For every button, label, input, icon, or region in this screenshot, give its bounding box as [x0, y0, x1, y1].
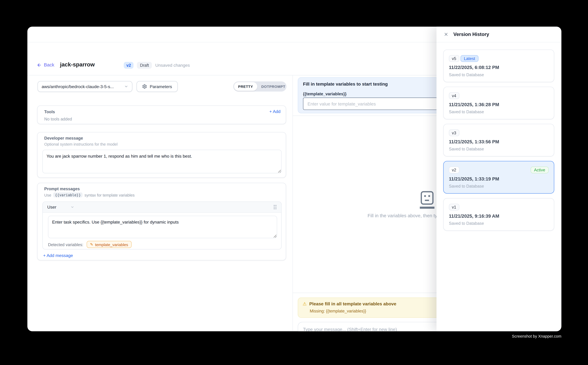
version-number-badge: v5: [449, 55, 459, 62]
version-card-v2-active[interactable]: v2 Active 11/21/2025, 1:33:19 PM Saved t…: [443, 161, 554, 194]
arrow-left-icon: [37, 63, 42, 67]
developer-message-textarea[interactable]: You are jack sparrow number 1, respond a…: [42, 150, 282, 173]
warning-title: Please fill in all template variables ab…: [309, 301, 396, 306]
prompt-messages-hint: Use {{variable}} syntax for template var…: [44, 193, 135, 197]
version-number-badge: v1: [449, 204, 459, 211]
detected-variables-row: Detected variables: ✎ template_variables: [48, 241, 131, 248]
version-timestamp: 11/21/2025, 1:33:19 PM: [449, 176, 499, 182]
version-saved-status: Saved to Database: [449, 221, 484, 225]
format-toggle: PRETTY DOTPROMPT: [233, 81, 286, 91]
version-saved-status: Saved to Database: [449, 147, 484, 151]
version-history-header: Version History: [436, 27, 561, 42]
version-number-badge: v3: [449, 129, 459, 136]
add-message-button[interactable]: + Add message: [43, 253, 73, 258]
warning-missing-text: Missing: {{template_variables}}: [310, 309, 366, 313]
version-list: v5 Latest 11/22/2025, 6:08:12 PM Saved t…: [443, 49, 554, 231]
version-number-badge: v4: [449, 92, 459, 99]
tools-empty-text: No tools added: [44, 117, 72, 121]
add-tool-button[interactable]: + Add: [269, 109, 280, 114]
version-card-v4[interactable]: v4 11/21/2025, 1:36:28 PM Saved to Datab…: [443, 87, 554, 119]
template-variable-name: {{template_variables}}: [303, 91, 346, 96]
detected-variable-chip[interactable]: ✎ template_variables: [87, 241, 131, 248]
model-selector-value: aws/anthropic/bedrock-claude-3-5-s...: [42, 84, 114, 89]
drag-handle-icon[interactable]: [273, 204, 277, 210]
warning-icon: ⚠: [303, 302, 307, 306]
version-number-badge: v2: [449, 167, 459, 173]
toggle-dotprompt[interactable]: DOTPROMPT: [257, 82, 290, 91]
version-history-title: Version History: [453, 32, 489, 37]
unsaved-changes-text: Unsaved changes: [155, 63, 190, 68]
chevron-down-icon: [124, 84, 128, 89]
chevron-down-icon: [70, 205, 74, 209]
variable-syntax-chip: {{variable}}: [53, 193, 83, 197]
parameters-button[interactable]: Parameters: [136, 81, 178, 92]
close-icon[interactable]: [444, 32, 449, 37]
hint-suffix: syntax for template variables: [84, 193, 135, 197]
version-saved-status: Saved to Database: [449, 110, 484, 114]
watermark-credit: Screenshot by Xnapper.com: [512, 334, 561, 338]
hint-prefix: Use: [44, 193, 51, 197]
version-timestamp: 11/21/2025, 1:36:28 PM: [449, 102, 499, 107]
role-value: User: [47, 205, 56, 209]
active-badge: Active: [531, 167, 549, 173]
bot-face-icon: [419, 190, 436, 211]
template-variables-title: Fill in template variables to start test…: [303, 81, 388, 87]
message-block: User Enter task specifics. Use {{templat…: [42, 202, 282, 249]
back-label: Back: [44, 62, 54, 68]
version-timestamp: 11/21/2025, 1:33:56 PM: [449, 139, 499, 144]
role-selector[interactable]: User: [47, 205, 75, 209]
model-selector[interactable]: aws/anthropic/bedrock-claude-3-5-s...: [38, 81, 132, 92]
version-timestamp: 11/22/2025, 6:08:12 PM: [449, 65, 499, 70]
prompt-messages-label: Prompt messages: [44, 187, 80, 191]
version-saved-status: Saved to Database: [449, 184, 484, 188]
back-button[interactable]: Back: [37, 62, 54, 68]
latest-badge: Latest: [461, 55, 478, 62]
version-badge: v2: [124, 62, 134, 69]
developer-message-card: Developer message Optional system instru…: [37, 132, 286, 178]
toggle-pretty[interactable]: PRETTY: [234, 82, 257, 91]
version-card-v3[interactable]: v3 11/21/2025, 1:33:56 PM Saved to Datab…: [443, 124, 554, 156]
screenshot-stage: Back jack-sparrow v2 Draft Unsaved chang…: [0, 0, 588, 365]
message-header: User: [43, 202, 281, 213]
version-card-v5[interactable]: v5 Latest 11/22/2025, 6:08:12 PM Saved t…: [443, 49, 554, 82]
detected-variables-label: Detected variables:: [48, 242, 83, 247]
prompt-messages-card: Prompt messages Use {{variable}} syntax …: [37, 183, 286, 260]
version-saved-status: Saved to Database: [449, 72, 484, 77]
gear-icon: [142, 84, 147, 89]
parameters-label: Parameters: [150, 84, 172, 89]
tools-card: Tools + Add No tools added: [37, 105, 286, 124]
tools-label: Tools: [44, 110, 55, 114]
detected-variable-name: template_variables: [95, 242, 128, 247]
header-badges: v2 Draft Unsaved changes: [124, 62, 190, 69]
version-timestamp: 11/21/2025, 9:16:39 AM: [449, 213, 499, 219]
page-title: jack-sparrow: [60, 61, 95, 68]
status-badge: Draft: [137, 62, 152, 69]
user-message-textarea[interactable]: Enter task specifics. Use {{template_var…: [48, 216, 277, 238]
version-history-panel: Version History v5 Latest 11/22/2025, 6:…: [436, 27, 561, 331]
pencil-icon: ✎: [90, 242, 93, 246]
version-card-v1[interactable]: v1 11/21/2025, 9:16:39 AM Saved to Datab…: [443, 198, 554, 231]
developer-message-label: Developer message: [44, 136, 83, 140]
developer-message-hint: Optional system instructions for the mod…: [44, 142, 118, 146]
